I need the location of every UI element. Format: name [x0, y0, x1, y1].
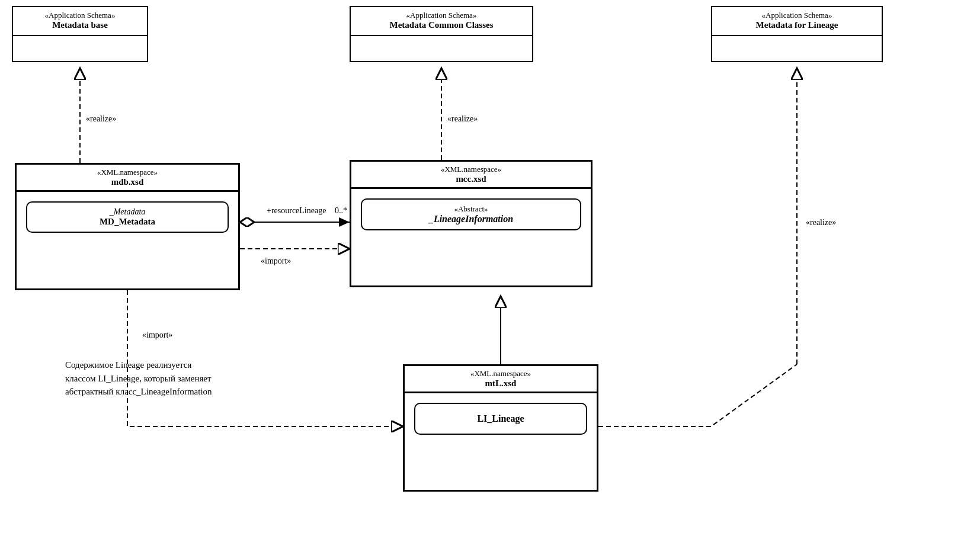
li-lineage-name: LI_Lineage [422, 409, 579, 429]
md-metadata-name: MD_Metadata [34, 217, 220, 227]
mtl-xsd-name: mtL.xsd [408, 378, 594, 389]
import1-label: «import» [261, 256, 291, 265]
note-line1: Содержимое Lineage реализуется [65, 360, 191, 370]
app-schema-metadata-lineage: «Application Schema» Metadata for Lineag… [711, 6, 883, 62]
lineage-info-inner: «Abstract» _LineageInformation [361, 198, 581, 230]
mtl-xsd-box: «XML.namespace» mtL.xsd LI_Lineage [403, 364, 598, 492]
app-schema-mtl-name: Metadata for Lineage [715, 20, 879, 30]
app-schema-mdb-stereotype: «Application Schema» [15, 11, 145, 20]
app-schema-metadata-common: «Application Schema» Metadata Common Cla… [350, 6, 533, 62]
import2-label: «import» [142, 331, 172, 339]
mdb-xsd-name: mdb.xsd [20, 177, 235, 187]
multiplicity-label: 0..* [335, 206, 347, 215]
note-text: Содержимое Lineage реализуется классом L… [65, 358, 350, 399]
app-schema-metadata-base: «Application Schema» Metadata base [12, 6, 148, 62]
li-lineage-inner: LI_Lineage [414, 403, 587, 435]
app-schema-mtl-stereotype: «Application Schema» [715, 11, 879, 20]
metadata-italic-name: _Metadata [34, 207, 220, 217]
mcc-xsd-name: mcc.xsd [354, 174, 588, 184]
mcc-xsd-stereotype: «XML.namespace» [354, 165, 588, 174]
note-line2: классом LI_Lineage, который заменяет [65, 374, 212, 383]
realize3-label: «realize» [806, 218, 836, 227]
mdb-xsd-stereotype: «XML.namespace» [20, 168, 235, 177]
mdb-xsd-box: «XML.namespace» mdb.xsd _Metadata MD_Met… [15, 163, 240, 290]
app-schema-mcc-stereotype: «Application Schema» [353, 11, 530, 20]
resource-lineage-label: +resourceLineage [267, 206, 326, 215]
diagram-container: «Application Schema» Metadata base «Appl… [0, 0, 980, 539]
note-line3: абстрактный класс_LineageInformation [65, 387, 212, 396]
app-schema-mcc-name: Metadata Common Classes [353, 20, 530, 30]
lineage-info-stereotype: «Abstract» [369, 204, 573, 214]
realize2-label: «realize» [447, 114, 478, 123]
md-metadata-inner: _Metadata MD_Metadata [26, 201, 229, 233]
mtl-xsd-stereotype: «XML.namespace» [408, 369, 594, 378]
mcc-xsd-box: «XML.namespace» mcc.xsd «Abstract» _Line… [350, 160, 593, 287]
realize1-label: «realize» [86, 114, 116, 123]
lineage-info-name: _LineageInformation [369, 214, 573, 224]
app-schema-mdb-name: Metadata base [15, 20, 145, 30]
